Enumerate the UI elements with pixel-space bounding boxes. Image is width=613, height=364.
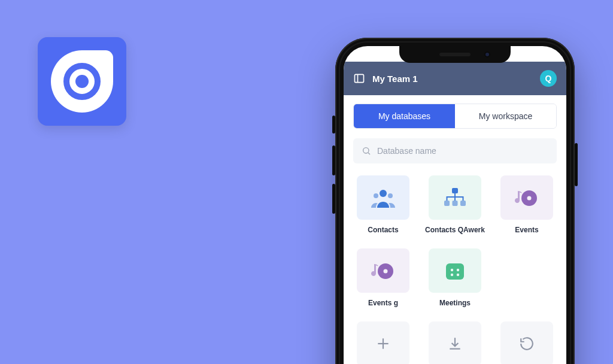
phone-volume-down	[332, 184, 335, 214]
svg-rect-10	[460, 201, 466, 206]
action-new-database[interactable]: New database	[353, 321, 413, 364]
database-tile-contacts-qawerk[interactable]: Contacts QAwerk	[425, 175, 485, 242]
svg-point-5	[374, 193, 378, 198]
org-chart-icon	[442, 187, 468, 208]
team-name[interactable]: My Team 1	[372, 74, 533, 84]
database-tile-events[interactable]: Events	[497, 175, 557, 242]
svg-rect-8	[444, 201, 450, 206]
svg-rect-0	[355, 74, 364, 82]
search-input[interactable]	[377, 146, 548, 156]
tile	[357, 248, 409, 293]
download-icon	[447, 336, 463, 351]
svg-point-16	[451, 269, 453, 271]
calendar-icon	[444, 260, 466, 281]
brand-logo	[38, 37, 126, 126]
view-segmented-control: My databases My workspace	[353, 104, 557, 129]
tab-my-databases[interactable]: My databases	[354, 104, 455, 128]
user-avatar[interactable]: Q	[540, 70, 557, 87]
tile	[429, 321, 481, 364]
svg-point-6	[388, 193, 393, 198]
tile	[357, 175, 409, 220]
tab-my-workspace[interactable]: My workspace	[455, 104, 556, 128]
database-tile-contacts[interactable]: Contacts	[353, 175, 413, 242]
people-icon	[371, 187, 396, 208]
phone-side-button	[332, 116, 335, 134]
database-tile-events-g[interactable]: Events g	[353, 248, 413, 316]
phone-frame: My Team 1 Q My databases My workspace	[335, 38, 575, 364]
app-header: My Team 1 Q	[344, 62, 566, 95]
tile-label: Events	[515, 226, 538, 242]
svg-point-19	[457, 274, 459, 276]
svg-rect-7	[452, 188, 458, 193]
avatar-initial: Q	[545, 74, 552, 83]
phone-camera	[484, 51, 490, 57]
action-import-archive[interactable]: Import archive	[425, 321, 485, 364]
tab-label: My databases	[378, 111, 430, 121]
main-content: My databases My workspace	[344, 95, 566, 364]
tile	[357, 321, 409, 364]
tile	[500, 175, 553, 220]
tab-label: My workspace	[479, 111, 532, 121]
svg-line-3	[368, 153, 370, 154]
phone-speaker	[439, 53, 471, 56]
tile	[500, 321, 553, 364]
tile	[429, 175, 481, 220]
svg-point-4	[380, 190, 387, 197]
music-disc-icon	[515, 187, 539, 208]
svg-rect-15	[446, 263, 464, 280]
svg-point-2	[363, 148, 369, 153]
workspace-icon	[353, 72, 365, 84]
brand-logo-dot	[75, 75, 89, 88]
database-grid: Contacts	[353, 175, 557, 364]
tile	[429, 248, 481, 293]
music-disc-icon	[371, 260, 395, 281]
tile-label: Events g	[368, 299, 398, 316]
phone-screen: My Team 1 Q My databases My workspace	[344, 46, 566, 364]
svg-point-18	[451, 274, 453, 276]
action-manage-backups[interactable]: Manage backups	[497, 321, 557, 364]
brand-logo-shape	[51, 50, 113, 113]
database-tile-meetings[interactable]: Meetings	[425, 248, 485, 316]
search-icon	[362, 146, 371, 156]
phone-notch	[399, 46, 511, 63]
tile-label: Contacts	[368, 226, 398, 242]
tile-label: Contacts QAwerk	[425, 226, 485, 242]
svg-point-12	[527, 196, 532, 201]
phone-power-button	[575, 143, 578, 186]
restore-icon	[519, 336, 535, 351]
svg-point-14	[384, 269, 388, 274]
plus-icon	[375, 336, 391, 351]
tile-label: Meetings	[439, 299, 471, 316]
svg-point-17	[457, 269, 459, 271]
search-bar[interactable]	[353, 138, 557, 163]
svg-rect-9	[453, 201, 458, 206]
phone-volume-up	[332, 145, 335, 175]
brand-logo-ring	[63, 63, 101, 100]
